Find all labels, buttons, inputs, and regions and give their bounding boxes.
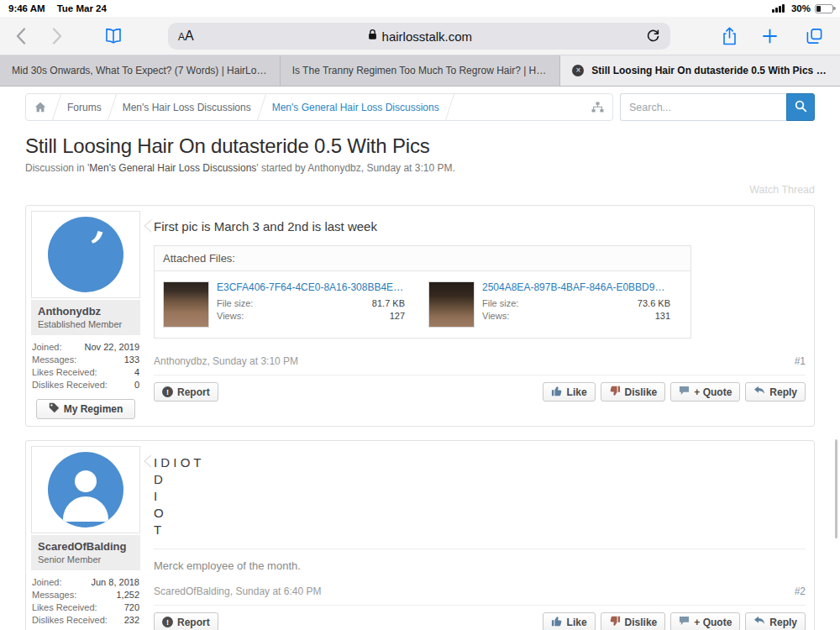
cellular-signal-icon — [772, 4, 785, 13]
url-text: hairlosstalk.com — [382, 29, 473, 44]
avatar[interactable] — [31, 446, 140, 533]
like-button[interactable]: Like — [543, 612, 596, 630]
file-size-label: File size: — [482, 297, 518, 310]
tab-2[interactable]: Is The Tranny Regimen Too Much To Regrow… — [281, 55, 561, 86]
breadcrumb-current-forum[interactable]: Men's General Hair Loss Discussions — [272, 102, 439, 113]
breadcrumb-separator — [445, 94, 454, 120]
post-number-link[interactable]: #2 — [795, 585, 806, 597]
user-name-block: Anthonydbz Established Member — [31, 300, 140, 335]
post-1-user-column: Anthonydbz Established Member Joined:Nov… — [31, 211, 140, 419]
report-button[interactable]: Report — [154, 382, 218, 402]
attachment-1-size-row: File size:81.7 KB — [217, 297, 405, 310]
views-label: Views: — [217, 310, 244, 323]
messages-value: 1,252 — [116, 589, 139, 601]
my-regimen-button[interactable]: My Regimen — [36, 399, 135, 419]
views-value: 131 — [655, 310, 670, 323]
post-2: ScaredOfBalding Senior Member Joined:Jun… — [25, 440, 815, 630]
attachment-2[interactable]: 2504A8EA-897B-4BAF-846A-E0BBD9C41... Fil… — [428, 281, 670, 328]
ipad-screen: 9:46 AM Tue Mar 24 30% AA hairlosstalk.c… — [0, 0, 840, 630]
bubble-arrow — [144, 219, 151, 233]
reply-arrow-icon — [753, 386, 765, 398]
subtitle-suffix: ' started by Anthonydbz, Sunday at 3:10 … — [256, 162, 454, 174]
search-button[interactable] — [786, 93, 815, 121]
stat-messages: Messages:133 — [32, 354, 139, 366]
post-author-date-link[interactable]: ScaredOfBalding, Sunday at 6:40 PM — [154, 585, 321, 597]
like-button[interactable]: Like — [543, 382, 596, 402]
dislikes-label: Dislikes Received: — [32, 614, 108, 627]
avatar[interactable] — [31, 211, 140, 298]
tab-1[interactable]: Mid 30s Onwards, What To Expect? (7 Word… — [0, 55, 281, 86]
breadcrumb-forums[interactable]: Forums — [67, 102, 102, 113]
post-2-footer: ScaredOfBalding, Sunday at 6:40 PM #2 — [154, 585, 806, 597]
forward-button[interactable] — [52, 27, 63, 45]
status-right: 30% — [772, 3, 833, 13]
new-tab-button[interactable] — [762, 28, 778, 44]
forum-link[interactable]: Men's General Hair Loss Discussions — [89, 162, 256, 174]
joined-value: Jun 8, 2018 — [92, 576, 140, 589]
stat-likes: Likes Received:4 — [32, 366, 139, 379]
subtitle-prefix: Discussion in ' — [25, 162, 89, 174]
username-link[interactable]: Anthonydbz — [38, 305, 134, 318]
post-number-link[interactable]: #1 — [795, 355, 806, 367]
search-box — [620, 93, 815, 121]
share-button[interactable] — [722, 26, 738, 45]
post-author-date-link[interactable]: Anthonydbz, Sunday at 3:10 PM — [154, 355, 298, 367]
username-link[interactable]: ScaredOfBalding — [38, 540, 134, 553]
likes-label: Likes Received: — [32, 366, 97, 379]
url-display: hairlosstalk.com — [194, 29, 646, 44]
dislike-button[interactable]: Dislike — [601, 612, 666, 630]
breadcrumb-mens-hair-loss[interactable]: Men's Hair Loss Discussions — [123, 102, 251, 113]
tag-icon — [49, 402, 60, 416]
dislike-button[interactable]: Dislike — [601, 382, 666, 402]
messages-label: Messages: — [32, 354, 76, 366]
attachment-2-size-row: File size:73.6 KB — [482, 297, 670, 310]
post-1-actions: Report Like Disli — [154, 375, 806, 402]
attachment-1-info: E3CFA406-7F64-4CE0-8A16-308BB4E878... Fi… — [217, 281, 405, 328]
quote-button[interactable]: + Quote — [670, 382, 740, 402]
messages-label: Messages: — [32, 589, 76, 601]
dislike-label: Dislike — [625, 617, 658, 628]
likes-value: 720 — [124, 601, 139, 614]
quick-navigation-icon[interactable] — [591, 102, 604, 113]
attachment-2-info: 2504A8EA-897B-4BAF-846A-E0BBD9C41... Fil… — [482, 281, 670, 328]
battery-icon — [815, 4, 833, 13]
post-message-line: T — [154, 522, 806, 538]
watch-thread-link[interactable]: Watch Thread — [749, 184, 815, 196]
search-icon — [795, 100, 807, 115]
tab-bar: Mid 30s Onwards, What To Expect? (7 Word… — [0, 55, 840, 87]
attachment-2-thumbnail[interactable] — [428, 281, 475, 328]
forum-page: Forums Men's Hair Loss Discussions Men's… — [0, 87, 840, 630]
action-button-group: Like Dislike + Quote — [543, 382, 806, 402]
reader-options-button[interactable]: AA — [178, 29, 194, 44]
thumbs-up-icon — [551, 386, 563, 399]
close-tab-icon[interactable] — [572, 65, 584, 76]
back-button[interactable] — [15, 27, 26, 45]
report-button[interactable]: Report — [154, 612, 218, 630]
quote-button[interactable]: + Quote — [670, 612, 740, 630]
reply-button[interactable]: Reply — [745, 382, 806, 402]
address-bar[interactable]: AA hairlosstalk.com — [168, 23, 670, 50]
tab-3-active[interactable]: Still Loosing Hair On dutasteride 0.5 Wi… — [560, 55, 840, 86]
attachment-1-thumbnail[interactable] — [163, 281, 209, 328]
dislike-label: Dislike — [625, 386, 658, 398]
reply-button[interactable]: Reply — [745, 612, 806, 630]
bookmarks-button[interactable] — [104, 28, 123, 44]
attached-files-body: E3CFA406-7F64-4CE0-8A16-308BB4E878... Fi… — [155, 271, 690, 338]
reload-button[interactable] — [646, 29, 660, 44]
page-scrollbar[interactable] — [835, 439, 837, 538]
tab-overview-button[interactable] — [806, 27, 823, 45]
search-input[interactable] — [620, 93, 786, 121]
file-size-value: 81.7 KB — [372, 297, 405, 310]
clock: 9:46 AM — [8, 3, 45, 13]
home-icon[interactable] — [34, 102, 46, 113]
reply-arrow-icon — [753, 616, 765, 628]
views-label: Views: — [482, 310, 509, 323]
attachment-2-filename[interactable]: 2504A8EA-897B-4BAF-846A-E0BBD9C41... — [482, 281, 670, 293]
report-label: Report — [177, 617, 210, 628]
stat-messages: Messages:1,252 — [32, 589, 139, 601]
report-icon — [162, 386, 173, 397]
post-1-message-column: First pic is March 3 and 2nd is last wee… — [154, 211, 806, 419]
post-message-line: D — [154, 471, 806, 488]
attachment-1[interactable]: E3CFA406-7F64-4CE0-8A16-308BB4E878... Fi… — [163, 281, 405, 328]
attachment-1-filename[interactable]: E3CFA406-7F64-4CE0-8A16-308BB4E878... — [217, 281, 405, 293]
